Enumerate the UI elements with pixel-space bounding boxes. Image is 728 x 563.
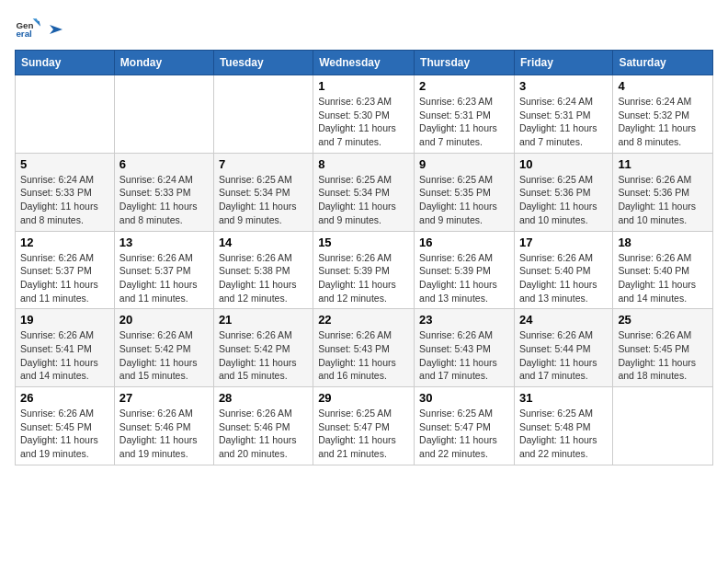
day-info: Sunrise: 6:26 AM Sunset: 5:43 PM Dayligh… <box>318 328 409 383</box>
calendar-cell: 30Sunrise: 6:25 AM Sunset: 5:47 PM Dayli… <box>415 387 515 465</box>
day-info: Sunrise: 6:24 AM Sunset: 5:33 PM Dayligh… <box>119 173 209 227</box>
day-info: Sunrise: 6:26 AM Sunset: 5:42 PM Dayligh… <box>219 328 308 383</box>
day-number: 24 <box>519 313 608 327</box>
calendar-cell: 1Sunrise: 6:23 AM Sunset: 5:30 PM Daylig… <box>313 75 415 154</box>
column-header-sunday: Sunday <box>16 51 115 75</box>
calendar-cell: 17Sunrise: 6:26 AM Sunset: 5:40 PM Dayli… <box>514 231 612 309</box>
calendar-cell: 8Sunrise: 6:25 AM Sunset: 5:34 PM Daylig… <box>313 153 415 231</box>
day-info: Sunrise: 6:26 AM Sunset: 5:40 PM Dayligh… <box>618 251 708 305</box>
day-info: Sunrise: 6:25 AM Sunset: 5:34 PM Dayligh… <box>318 173 409 227</box>
calendar-cell: 18Sunrise: 6:26 AM Sunset: 5:40 PM Dayli… <box>613 231 713 309</box>
calendar-cell: 16Sunrise: 6:26 AM Sunset: 5:39 PM Dayli… <box>415 231 515 309</box>
calendar-cell: 25Sunrise: 6:26 AM Sunset: 5:45 PM Dayli… <box>613 309 713 387</box>
calendar-cell: 19Sunrise: 6:26 AM Sunset: 5:41 PM Dayli… <box>16 309 115 387</box>
day-info: Sunrise: 6:26 AM Sunset: 5:44 PM Dayligh… <box>519 328 608 383</box>
calendar-cell: 9Sunrise: 6:25 AM Sunset: 5:35 PM Daylig… <box>415 153 515 231</box>
calendar-cell: 12Sunrise: 6:26 AM Sunset: 5:37 PM Dayli… <box>16 231 115 309</box>
day-number: 26 <box>20 391 109 405</box>
day-number: 1 <box>318 79 409 93</box>
svg-marker-4 <box>50 25 63 34</box>
day-number: 30 <box>419 391 509 405</box>
column-header-monday: Monday <box>114 51 213 75</box>
column-header-tuesday: Tuesday <box>213 51 313 75</box>
day-number: 12 <box>20 236 109 249</box>
calendar-week-row: 19Sunrise: 6:26 AM Sunset: 5:41 PM Dayli… <box>16 309 713 387</box>
calendar-cell: 13Sunrise: 6:26 AM Sunset: 5:37 PM Dayli… <box>114 231 213 309</box>
day-number: 29 <box>318 391 409 405</box>
day-number: 22 <box>318 313 409 327</box>
calendar-cell <box>16 75 115 154</box>
day-number: 5 <box>20 157 109 171</box>
calendar-cell: 4Sunrise: 6:24 AM Sunset: 5:32 PM Daylig… <box>613 75 713 154</box>
day-number: 11 <box>618 157 708 171</box>
day-info: Sunrise: 6:23 AM Sunset: 5:31 PM Dayligh… <box>419 95 509 149</box>
day-info: Sunrise: 6:25 AM Sunset: 5:36 PM Dayligh… <box>519 173 608 227</box>
logo-arrow-icon <box>46 19 66 40</box>
day-number: 17 <box>519 236 608 249</box>
calendar-cell <box>213 75 313 154</box>
logo: Gen eral <box>15 15 66 40</box>
calendar-cell: 29Sunrise: 6:25 AM Sunset: 5:47 PM Dayli… <box>313 387 415 465</box>
day-number: 3 <box>519 79 608 93</box>
day-info: Sunrise: 6:26 AM Sunset: 5:45 PM Dayligh… <box>20 407 109 461</box>
calendar-cell: 15Sunrise: 6:26 AM Sunset: 5:39 PM Dayli… <box>313 231 415 309</box>
calendar-cell <box>114 75 213 154</box>
page-header: Gen eral <box>15 15 713 40</box>
calendar-cell: 31Sunrise: 6:25 AM Sunset: 5:48 PM Dayli… <box>514 387 612 465</box>
calendar-cell: 10Sunrise: 6:25 AM Sunset: 5:36 PM Dayli… <box>514 153 612 231</box>
calendar-cell: 7Sunrise: 6:25 AM Sunset: 5:34 PM Daylig… <box>213 153 313 231</box>
day-info: Sunrise: 6:26 AM Sunset: 5:45 PM Dayligh… <box>618 328 708 383</box>
day-number: 28 <box>219 391 308 405</box>
calendar-cell: 5Sunrise: 6:24 AM Sunset: 5:33 PM Daylig… <box>16 153 115 231</box>
day-info: Sunrise: 6:24 AM Sunset: 5:32 PM Dayligh… <box>618 95 708 149</box>
day-number: 25 <box>618 313 708 327</box>
column-header-saturday: Saturday <box>613 51 713 75</box>
day-number: 8 <box>318 157 409 171</box>
day-number: 7 <box>219 157 308 171</box>
day-number: 23 <box>419 313 509 327</box>
day-info: Sunrise: 6:26 AM Sunset: 5:36 PM Dayligh… <box>618 173 708 227</box>
day-number: 19 <box>20 313 109 327</box>
day-number: 18 <box>618 236 708 249</box>
day-info: Sunrise: 6:24 AM Sunset: 5:33 PM Dayligh… <box>20 173 109 227</box>
day-info: Sunrise: 6:24 AM Sunset: 5:31 PM Dayligh… <box>519 95 608 149</box>
day-info: Sunrise: 6:26 AM Sunset: 5:39 PM Dayligh… <box>318 251 409 305</box>
day-number: 21 <box>219 313 308 327</box>
calendar-cell: 6Sunrise: 6:24 AM Sunset: 5:33 PM Daylig… <box>114 153 213 231</box>
calendar-table: SundayMondayTuesdayWednesdayThursdayFrid… <box>15 50 713 465</box>
calendar-cell: 20Sunrise: 6:26 AM Sunset: 5:42 PM Dayli… <box>114 309 213 387</box>
day-number: 16 <box>419 236 509 249</box>
calendar-cell: 23Sunrise: 6:26 AM Sunset: 5:43 PM Dayli… <box>415 309 515 387</box>
day-number: 6 <box>119 157 209 171</box>
day-info: Sunrise: 6:25 AM Sunset: 5:47 PM Dayligh… <box>318 407 409 461</box>
calendar-cell: 2Sunrise: 6:23 AM Sunset: 5:31 PM Daylig… <box>415 75 515 154</box>
day-number: 31 <box>519 391 608 405</box>
day-number: 20 <box>119 313 209 327</box>
day-info: Sunrise: 6:25 AM Sunset: 5:35 PM Dayligh… <box>419 173 509 227</box>
svg-text:eral: eral <box>16 29 32 39</box>
day-info: Sunrise: 6:26 AM Sunset: 5:39 PM Dayligh… <box>419 251 509 305</box>
day-number: 9 <box>419 157 509 171</box>
calendar-week-row: 5Sunrise: 6:24 AM Sunset: 5:33 PM Daylig… <box>16 153 713 231</box>
calendar-cell: 11Sunrise: 6:26 AM Sunset: 5:36 PM Dayli… <box>613 153 713 231</box>
day-info: Sunrise: 6:26 AM Sunset: 5:40 PM Dayligh… <box>519 251 608 305</box>
day-number: 14 <box>219 236 308 249</box>
day-info: Sunrise: 6:26 AM Sunset: 5:46 PM Dayligh… <box>119 407 209 461</box>
calendar-cell: 27Sunrise: 6:26 AM Sunset: 5:46 PM Dayli… <box>114 387 213 465</box>
column-header-wednesday: Wednesday <box>313 51 415 75</box>
calendar-cell: 22Sunrise: 6:26 AM Sunset: 5:43 PM Dayli… <box>313 309 415 387</box>
column-header-friday: Friday <box>514 51 612 75</box>
day-info: Sunrise: 6:23 AM Sunset: 5:30 PM Dayligh… <box>318 95 409 149</box>
day-number: 4 <box>618 79 708 93</box>
calendar-cell: 14Sunrise: 6:26 AM Sunset: 5:38 PM Dayli… <box>213 231 313 309</box>
calendar-cell: 3Sunrise: 6:24 AM Sunset: 5:31 PM Daylig… <box>514 75 612 154</box>
calendar-week-row: 1Sunrise: 6:23 AM Sunset: 5:30 PM Daylig… <box>16 75 713 154</box>
day-number: 13 <box>119 236 209 249</box>
day-info: Sunrise: 6:26 AM Sunset: 5:37 PM Dayligh… <box>119 251 209 305</box>
day-info: Sunrise: 6:26 AM Sunset: 5:46 PM Dayligh… <box>219 407 308 461</box>
calendar-week-row: 26Sunrise: 6:26 AM Sunset: 5:45 PM Dayli… <box>16 387 713 465</box>
calendar-cell: 28Sunrise: 6:26 AM Sunset: 5:46 PM Dayli… <box>213 387 313 465</box>
logo-icon: Gen eral <box>15 15 40 40</box>
day-info: Sunrise: 6:26 AM Sunset: 5:42 PM Dayligh… <box>119 328 209 383</box>
calendar-cell: 24Sunrise: 6:26 AM Sunset: 5:44 PM Dayli… <box>514 309 612 387</box>
